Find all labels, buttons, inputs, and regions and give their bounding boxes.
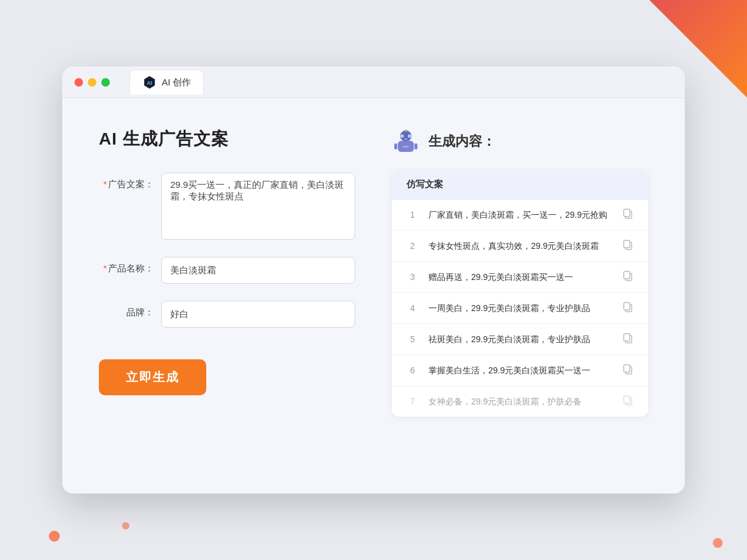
table-row: 7女神必备，29.9元美白淡斑霜，护肤必备 bbox=[392, 386, 648, 417]
page-title: AI 生成广告文案 bbox=[99, 127, 355, 151]
result-num: 7 bbox=[406, 397, 419, 406]
product-name-label: *产品名称： bbox=[99, 257, 154, 275]
result-text: 掌握美白生活，29.9元美白淡斑霜买一送一 bbox=[428, 364, 613, 377]
svg-point-7 bbox=[409, 135, 410, 137]
table-row: 3赠品再送，29.9元美白淡斑霜买一送一 bbox=[392, 262, 648, 293]
svg-text:AI: AI bbox=[147, 80, 153, 86]
close-button[interactable] bbox=[74, 78, 83, 87]
result-text: 女神必备，29.9元美白淡斑霜，护肤必备 bbox=[428, 395, 613, 408]
copy-button[interactable] bbox=[622, 301, 633, 315]
tab-label: AI 创作 bbox=[162, 77, 191, 88]
svg-point-14 bbox=[405, 130, 407, 132]
table-row: 6掌握美白生活，29.9元美白淡斑霜买一送一 bbox=[392, 355, 648, 386]
browser-window: AI AI 创作 AI 生成广告文案 *广告文案： 29.9买一送一，真正的厂家… bbox=[62, 66, 685, 494]
title-bar: AI AI 创作 bbox=[62, 66, 685, 98]
brand-label: 品牌： bbox=[99, 301, 154, 318]
main-content: AI 生成广告文案 *广告文案： 29.9买一送一，真正的厂家直销，美白淡斑霜，… bbox=[62, 98, 685, 494]
ad-copy-label: *广告文案： bbox=[99, 173, 154, 190]
product-name-input[interactable] bbox=[161, 257, 355, 284]
table-row: 1厂家直销，美白淡斑霜，买一送一，29.9元抢购 bbox=[392, 199, 648, 231]
svg-rect-16 bbox=[624, 209, 630, 217]
copy-button[interactable] bbox=[622, 364, 633, 377]
svg-rect-12 bbox=[394, 143, 397, 149]
copy-button[interactable] bbox=[622, 239, 633, 253]
copy-button[interactable] bbox=[622, 270, 633, 284]
result-header: 生成内容： bbox=[392, 127, 648, 156]
result-text: 赠品再送，29.9元美白淡斑霜买一送一 bbox=[428, 271, 613, 284]
svg-rect-24 bbox=[624, 334, 630, 341]
result-table-header: 仿写文案 bbox=[392, 170, 648, 199]
result-text: 厂家直销，美白淡斑霜，买一送一，29.9元抢购 bbox=[428, 209, 613, 221]
svg-rect-22 bbox=[624, 303, 630, 310]
left-panel: AI 生成广告文案 *广告文案： 29.9买一送一，真正的厂家直销，美白淡斑霜，… bbox=[99, 127, 355, 464]
copy-button[interactable] bbox=[622, 332, 633, 346]
svg-rect-20 bbox=[624, 271, 630, 279]
generate-button[interactable]: 立即生成 bbox=[99, 359, 206, 395]
result-text: 专抹女性斑点，真实功效，29.9元美白淡斑霜 bbox=[428, 240, 613, 253]
svg-rect-28 bbox=[624, 396, 630, 403]
right-panel: 生成内容： 仿写文案 1厂家直销，美白淡斑霜，买一送一，29.9元抢购2专抹女性… bbox=[392, 127, 648, 464]
svg-rect-8 bbox=[404, 138, 408, 140]
brand-input[interactable] bbox=[161, 301, 355, 328]
bg-decoration-dot-1 bbox=[49, 531, 60, 542]
result-num: 5 bbox=[406, 334, 419, 344]
svg-point-6 bbox=[402, 135, 403, 137]
ad-copy-input[interactable]: 29.9买一送一，真正的厂家直销，美白淡斑霜，专抹女性斑点 bbox=[161, 173, 355, 240]
window-controls bbox=[74, 78, 110, 87]
results-list: 1厂家直销，美白淡斑霜，买一送一，29.9元抢购2专抹女性斑点，真实功效，29.… bbox=[392, 199, 648, 417]
svg-rect-9 bbox=[403, 146, 409, 148]
result-num: 1 bbox=[406, 210, 419, 220]
copy-button[interactable] bbox=[622, 395, 633, 408]
ai-logo-icon: AI bbox=[142, 75, 157, 90]
svg-rect-18 bbox=[624, 240, 630, 248]
svg-rect-26 bbox=[624, 365, 630, 372]
result-text: 一周美白，29.9元美白淡斑霜，专业护肤品 bbox=[428, 302, 613, 315]
table-row: 2专抹女性斑点，真实功效，29.9元美白淡斑霜 bbox=[392, 231, 648, 262]
result-num: 6 bbox=[406, 365, 419, 375]
maximize-button[interactable] bbox=[101, 78, 110, 87]
brand-group: 品牌： bbox=[99, 301, 355, 328]
ai-creation-tab[interactable]: AI AI 创作 bbox=[129, 70, 204, 95]
result-title: 生成内容： bbox=[428, 132, 496, 151]
table-row: 4一周美白，29.9元美白淡斑霜，专业护肤品 bbox=[392, 293, 648, 324]
product-name-group: *产品名称： bbox=[99, 257, 355, 284]
table-row: 5祛斑美白，29.9元美白淡斑霜，专业护肤品 bbox=[392, 324, 648, 355]
result-table: 仿写文案 1厂家直销，美白淡斑霜，买一送一，29.9元抢购2专抹女性斑点，真实功… bbox=[392, 170, 648, 417]
minimize-button[interactable] bbox=[88, 78, 96, 87]
robot-icon bbox=[392, 127, 420, 156]
result-num: 3 bbox=[406, 272, 419, 282]
bg-decoration-dot-2 bbox=[122, 522, 129, 529]
ad-copy-required: * bbox=[103, 179, 107, 189]
bg-decoration-dot-3 bbox=[713, 538, 723, 548]
result-text: 祛斑美白，29.9元美白淡斑霜，专业护肤品 bbox=[428, 333, 613, 346]
svg-rect-13 bbox=[414, 143, 417, 149]
result-num: 4 bbox=[406, 303, 419, 313]
result-num: 2 bbox=[406, 241, 419, 251]
ad-copy-group: *广告文案： 29.9买一送一，真正的厂家直销，美白淡斑霜，专抹女性斑点 bbox=[99, 173, 355, 240]
copy-button[interactable] bbox=[622, 208, 633, 221]
product-name-required: * bbox=[103, 263, 107, 273]
